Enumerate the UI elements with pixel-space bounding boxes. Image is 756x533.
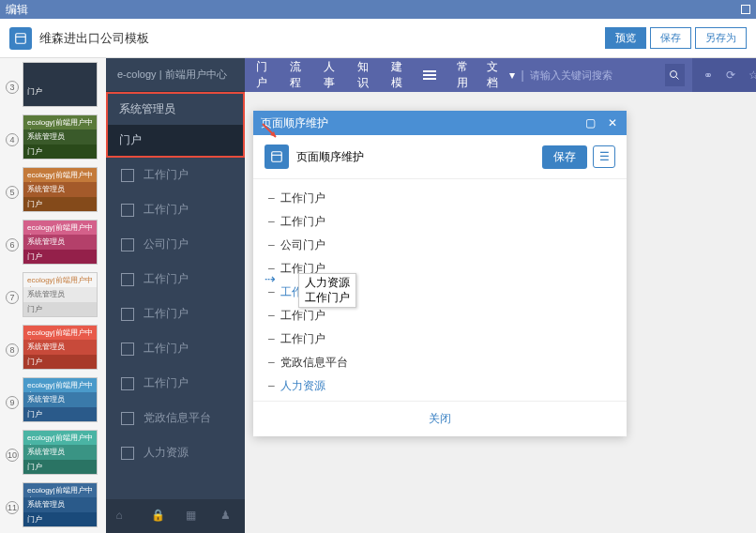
nav-doc[interactable]: 文档: [487, 59, 504, 91]
drag-indicator-icon: ⇢: [265, 271, 276, 286]
page-list-item[interactable]: 工作门户: [268, 210, 612, 234]
thumbnail[interactable]: ecology|前端用户中心系统管理员门户: [23, 167, 98, 212]
thumbnail[interactable]: ecology|前端用户中心系统管理员门户: [23, 482, 98, 527]
dialog-save-button[interactable]: 保存: [542, 145, 587, 169]
nav-item-label: 人力资源: [144, 445, 189, 461]
search-input[interactable]: [530, 69, 659, 81]
thumb-number: 7: [6, 291, 19, 304]
sidebar-admin[interactable]: 系统管理员: [106, 92, 245, 125]
svg-point-2: [671, 71, 677, 78]
list-view-button[interactable]: ☰: [593, 145, 615, 168]
thumbnail[interactable]: ecology|前端用户中心系统管理员门户: [23, 114, 98, 160]
page-list-item[interactable]: 公司门户: [268, 234, 612, 257]
window-titlebar: 编辑: [0, 0, 756, 19]
save-as-button[interactable]: 另存为: [695, 27, 747, 49]
thumbnail[interactable]: ecology|前端用户中心系统管理员门户: [23, 272, 98, 317]
save-button[interactable]: 保存: [650, 27, 691, 49]
nav-item-label: 工作门户: [144, 167, 189, 183]
thumb-number: 10: [6, 449, 19, 462]
page-list-item[interactable]: 人力资源: [268, 374, 612, 398]
refresh-icon[interactable]: ⟳: [726, 69, 739, 82]
sidebar-nav-item[interactable]: 工作门户: [106, 158, 245, 192]
drag-ghost[interactable]: 人力资源 工作门户: [298, 273, 356, 308]
nav-item-label: 工作门户: [144, 202, 189, 218]
page-list-item[interactable]: 党政信息平台: [268, 351, 612, 374]
portal-sidebar: e-cology | 前端用户中心 系统管理员 门户 工作门户工作门户公司门户工…: [106, 58, 245, 533]
svg-rect-4: [272, 152, 282, 162]
thumb-number: 5: [6, 186, 19, 199]
thumb-number: 9: [6, 396, 19, 409]
thumbnail[interactable]: ecology|前端用户中心系统管理员门户: [23, 430, 98, 475]
sidebar-header: e-cology | 前端用户中心: [106, 58, 245, 92]
app-header: 维森进出口公司模板 预览 保存 另存为: [0, 19, 756, 58]
nav-item-label: 工作门户: [144, 271, 189, 287]
page-list-item[interactable]: 工作门户: [268, 327, 612, 351]
page-list-item[interactable]: 工作门户: [268, 187, 612, 210]
search-button[interactable]: [665, 64, 686, 86]
dialog-maximize-icon[interactable]: ▢: [583, 116, 597, 129]
top-navigation: 门户流程人事知识建模 常用 文档 ▾ | ⚭ ⟳ ☆ ◷ ⏻: [245, 58, 756, 92]
sidebar-nav-item[interactable]: 公司门户: [106, 227, 245, 262]
page-icon: [121, 377, 134, 390]
sidebar-nav-item[interactable]: 工作门户: [106, 192, 245, 227]
nav-common[interactable]: 常用: [446, 58, 479, 92]
page-icon: [121, 273, 134, 286]
chevron-down-icon[interactable]: ▾: [509, 69, 515, 82]
grid-icon[interactable]: ▦: [186, 509, 201, 524]
thumb-number: 8: [6, 343, 19, 357]
thumb-number: 3: [6, 81, 19, 94]
lock-icon[interactable]: 🔒: [151, 509, 166, 524]
svg-line-3: [676, 77, 679, 80]
page-icon: [121, 308, 134, 321]
thumbnail[interactable]: ecology|前端用户中心系统管理员门户: [23, 377, 98, 422]
page-icon: [121, 238, 134, 251]
user-icon[interactable]: ♟: [220, 509, 235, 524]
page-icon: [121, 169, 134, 182]
preview-button[interactable]: 预览: [605, 27, 646, 49]
sidebar-nav-item[interactable]: 工作门户: [106, 331, 245, 366]
topnav-item[interactable]: 建模: [380, 58, 414, 92]
window-title: 编辑: [6, 2, 28, 18]
app-logo-icon: [9, 27, 32, 50]
page-icon: [121, 447, 134, 460]
topnav-item[interactable]: 门户: [245, 58, 279, 92]
page-icon: [121, 343, 134, 356]
sidebar-footer: ⌂ 🔒 ▦ ♟: [106, 499, 245, 533]
dialog-close-button[interactable]: 关闭: [253, 401, 627, 436]
nav-item-label: 党政信息平台: [144, 410, 211, 426]
nav-item-label: 工作门户: [144, 341, 189, 357]
sidebar-nav-item[interactable]: 工作门户: [106, 297, 245, 331]
dialog-heading: 页面顺序维护: [296, 149, 364, 165]
sidebar-nav-item[interactable]: 工作门户: [106, 262, 245, 297]
svg-rect-0: [16, 33, 26, 43]
dialog-close-icon[interactable]: ✕: [606, 116, 619, 129]
sidebar-nav-item[interactable]: 工作门户: [106, 366, 245, 401]
thumb-number: 6: [6, 238, 19, 251]
thumb-number: 4: [6, 133, 19, 146]
maximize-icon[interactable]: [741, 5, 750, 14]
star-icon[interactable]: ☆: [748, 69, 756, 82]
page-icon: [121, 204, 134, 217]
thumbnail-panel: 3门户4ecology|前端用户中心系统管理员门户5ecology|前端用户中心…: [0, 58, 106, 533]
link-icon[interactable]: ⚭: [703, 69, 717, 82]
dialog-titlebar[interactable]: 页面顺序维护 ▢ ✕: [253, 111, 627, 135]
nav-item-label: 工作门户: [144, 375, 189, 391]
thumbnail[interactable]: 门户: [23, 62, 98, 107]
dialog-body: 工作门户工作门户公司门户工作门户工作门户工作门户工作门户党政信息平台人力资源 ⇢…: [253, 179, 627, 401]
nav-item-label: 工作门户: [144, 306, 189, 322]
sidebar-portal[interactable]: 门户: [106, 125, 245, 158]
topnav-item[interactable]: 人事: [312, 58, 346, 92]
sidebar-nav-item[interactable]: 党政信息平台: [106, 401, 245, 435]
topnav-item[interactable]: 流程: [279, 58, 312, 92]
home-icon[interactable]: ⌂: [116, 509, 131, 524]
template-title: 维森进出口公司模板: [39, 30, 149, 47]
dialog-header-icon: [265, 145, 289, 169]
sidebar-nav-item[interactable]: 人力资源: [106, 435, 245, 470]
hamburger-icon[interactable]: [414, 69, 446, 82]
page-icon: [121, 412, 134, 425]
thumbnail[interactable]: ecology|前端用户中心系统管理员门户: [23, 325, 98, 370]
thumb-number: 11: [6, 501, 19, 514]
thumbnail[interactable]: ecology|前端用户中心系统管理员门户: [23, 220, 98, 265]
topnav-item[interactable]: 知识: [346, 58, 380, 92]
nav-item-label: 公司门户: [144, 236, 189, 252]
